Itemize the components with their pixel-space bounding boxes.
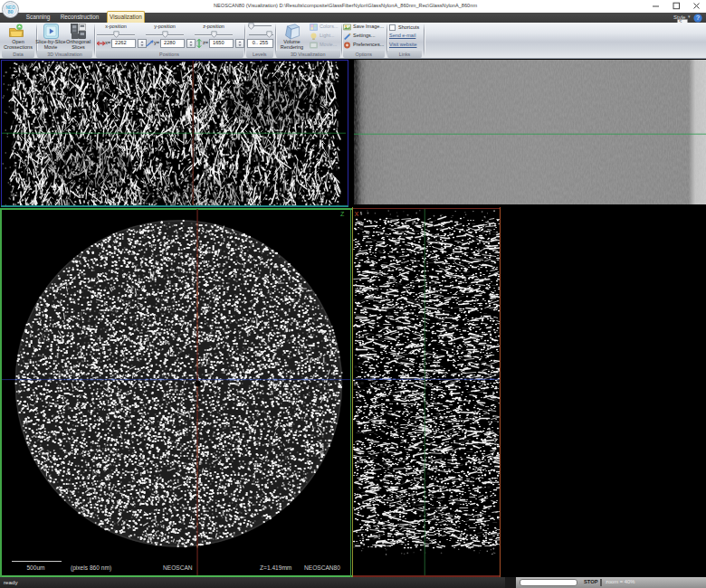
svg-text:80: 80 [8,9,14,14]
svg-text:?: ? [696,14,700,21]
